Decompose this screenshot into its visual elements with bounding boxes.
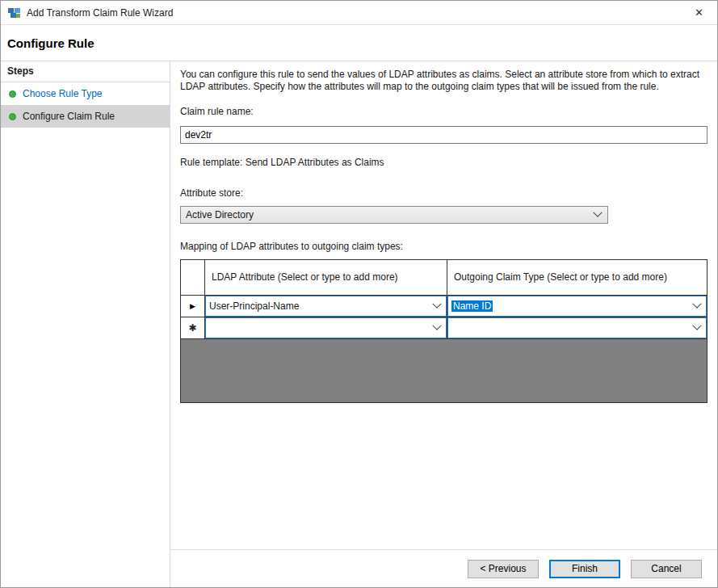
table-empty-area: [181, 339, 707, 402]
table-row-new: ✱: [181, 317, 707, 339]
previous-button[interactable]: < Previous: [468, 560, 539, 578]
step-complete-icon: [9, 90, 16, 98]
outgoing-claim-select-new[interactable]: [447, 317, 707, 338]
ldap-attribute-select-new[interactable]: [205, 317, 447, 338]
attribute-store-value: Active Directory: [186, 209, 254, 220]
row-arrow-icon: ▶: [190, 302, 195, 310]
ldap-attribute-select[interactable]: User-Principal-Name: [205, 296, 447, 317]
step-label: Choose Rule Type: [23, 88, 103, 99]
claim-rule-name-input[interactable]: [180, 126, 708, 144]
mapping-table: LDAP Attribute (Select or type to add mo…: [180, 259, 708, 403]
ldap-attribute-value: User-Principal-Name: [209, 300, 299, 312]
outgoing-claim-value: Name ID: [451, 300, 493, 312]
cancel-button[interactable]: Cancel: [631, 560, 702, 578]
chevron-down-icon: [692, 321, 701, 330]
chevron-down-icon: [432, 299, 441, 308]
rule-template-text: Rule template: Send LDAP Attributes as C…: [180, 157, 708, 168]
outgoing-claim-cell: Name ID: [447, 296, 707, 317]
wizard-body: Steps Choose Rule Type Configure Claim R…: [1, 61, 717, 587]
outgoing-claim-column-header: Outgoing Claim Type (Select or type to a…: [447, 260, 707, 296]
chevron-down-icon: [593, 208, 602, 216]
page-title: Configure Rule: [1, 25, 717, 61]
claim-rule-name-label: Claim rule name:: [180, 106, 708, 117]
chevron-down-icon: [692, 299, 701, 308]
current-row-indicator: ▶: [181, 296, 205, 317]
table-header-row: LDAP Attribute (Select or type to add mo…: [181, 260, 707, 296]
steps-header: Steps: [1, 61, 170, 82]
finish-button[interactable]: Finish: [549, 560, 620, 578]
ldap-attribute-cell: [205, 317, 447, 339]
titlebar: Add Transform Claim Rule Wizard ✕: [1, 1, 717, 25]
row-selector-header: [181, 260, 205, 296]
ldap-attribute-cell: User-Principal-Name: [205, 296, 447, 317]
outgoing-claim-select[interactable]: Name ID: [447, 296, 707, 317]
sidebar-item-choose-rule-type[interactable]: Choose Rule Type: [1, 82, 170, 105]
content-inner: You can configure this rule to send the …: [170, 61, 717, 549]
outgoing-claim-cell: [447, 317, 707, 339]
window-title: Add Transform Claim Rule Wizard: [27, 7, 173, 19]
step-label: Configure Claim Rule: [23, 111, 115, 122]
new-row-indicator: ✱: [181, 317, 205, 339]
close-icon[interactable]: ✕: [681, 1, 717, 25]
ldap-attribute-column-header: LDAP Attribute (Select or type to add mo…: [205, 260, 447, 296]
mapping-label: Mapping of LDAP attributes to outgoing c…: [180, 241, 708, 252]
wizard-icon: [7, 6, 22, 19]
table-row: ▶ User-Principal-Name Name ID: [181, 296, 707, 317]
chevron-down-icon: [432, 321, 441, 330]
attribute-store-select[interactable]: Active Directory: [180, 206, 608, 224]
attribute-store-label: Attribute store:: [180, 187, 708, 199]
steps-sidebar: Steps Choose Rule Type Configure Claim R…: [1, 61, 170, 587]
sidebar-item-configure-claim-rule[interactable]: Configure Claim Rule: [1, 105, 170, 128]
new-row-icon: ✱: [188, 322, 196, 334]
footer: < Previous Finish Cancel: [170, 549, 717, 587]
step-complete-icon: [9, 113, 16, 120]
content-pane: You can configure this rule to send the …: [170, 61, 717, 587]
description-text: You can configure this rule to send the …: [180, 69, 708, 94]
wizard-window: Add Transform Claim Rule Wizard ✕ Config…: [0, 0, 718, 588]
